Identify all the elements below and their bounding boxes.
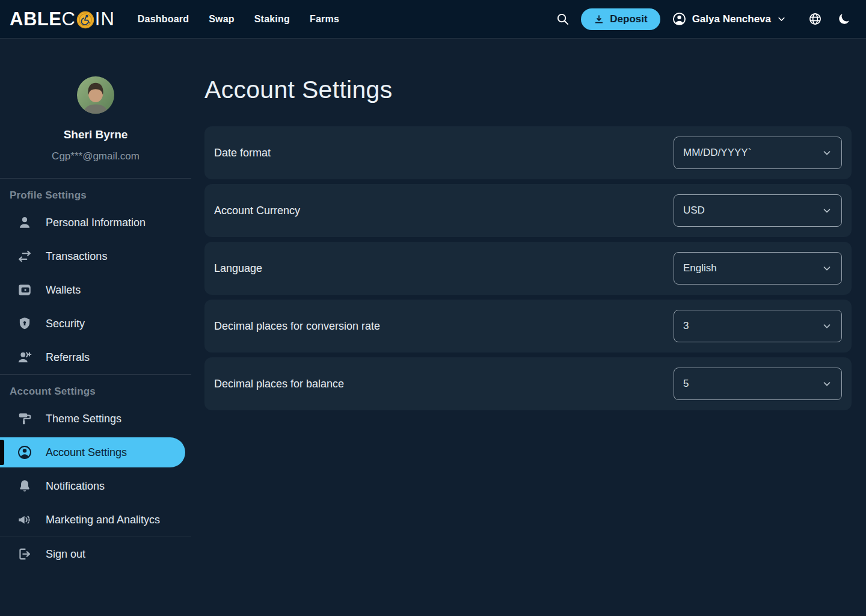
language-globe-button[interactable]	[808, 12, 822, 26]
nav-farms[interactable]: Farms	[310, 14, 339, 25]
topbar: ABLE C IN Dashboard Swap Staking Farms	[0, 0, 866, 38]
user-circle-icon	[672, 11, 687, 26]
sidebar-item-label: Notifications	[46, 480, 105, 493]
deposit-button[interactable]: Deposit	[581, 8, 660, 30]
megaphone-icon	[17, 512, 32, 528]
person-add-icon	[17, 350, 32, 365]
search-button[interactable]	[556, 12, 570, 26]
account-currency-select[interactable]: USD	[674, 194, 842, 227]
sidebar-item-label: Referrals	[46, 351, 90, 364]
chevron-down-icon	[776, 14, 787, 24]
setting-row-date-format: Date format MM/DD/YYYY`	[204, 126, 852, 179]
paint-roller-icon	[17, 411, 32, 427]
logo-text-bold: ABLE	[10, 8, 61, 30]
nav-dashboard[interactable]: Dashboard	[138, 14, 189, 25]
person-icon	[17, 215, 32, 230]
sidebar-item-account-settings[interactable]: Account Settings	[0, 437, 185, 467]
profile-name: Sheri Byrne	[0, 128, 191, 141]
select-value: 3	[683, 320, 689, 332]
setting-label: Account Currency	[214, 205, 300, 217]
page-title: Account Settings	[204, 75, 852, 104]
chevron-down-icon	[821, 147, 832, 158]
dark-mode-toggle[interactable]	[837, 12, 851, 26]
sidebar-item-label: Personal Information	[46, 217, 146, 229]
search-icon	[556, 12, 570, 26]
decimal-conversion-rate-select[interactable]: 3	[674, 310, 842, 342]
setting-label: Decimal places for conversion rate	[214, 320, 380, 333]
sidebar-item-theme-settings[interactable]: Theme Settings	[0, 402, 191, 436]
download-icon	[594, 14, 604, 25]
nav-swap[interactable]: Swap	[209, 14, 235, 25]
sidebar-item-personal-information[interactable]: Personal Information	[0, 206, 191, 239]
nav-staking[interactable]: Staking	[254, 14, 290, 25]
sidebar-item-label: Sign out	[46, 548, 85, 561]
sidebar-item-label: Account Settings	[46, 446, 127, 459]
chevron-down-icon	[821, 263, 832, 274]
topbar-right: Deposit Galya Nencheva	[556, 8, 851, 30]
app-root: ABLE C IN Dashboard Swap Staking Farms	[0, 0, 866, 616]
ablecoin-logo[interactable]: ABLE C IN	[10, 8, 115, 30]
date-format-select[interactable]: MM/DD/YYYY`	[674, 137, 842, 169]
sidebar-item-referrals[interactable]: Referrals	[0, 340, 191, 374]
sidebar-item-label: Wallets	[46, 284, 81, 297]
select-value: 5	[683, 378, 689, 390]
select-value: USD	[683, 205, 705, 217]
setting-label: Decimal places for balance	[214, 378, 344, 390]
user-menu[interactable]: Galya Nencheva	[672, 11, 787, 26]
select-value: English	[683, 262, 717, 274]
profile-email: Cgp***@gmail.com	[0, 150, 191, 162]
main-content: Account Settings Date format MM/DD/YYYY`…	[204, 39, 852, 415]
settings-list: Date format MM/DD/YYYY` Account Currency…	[204, 126, 852, 410]
setting-row-decimal-balance: Decimal places for balance 5	[204, 357, 852, 410]
chevron-down-icon	[821, 205, 832, 216]
user-name: Galya Nencheva	[692, 13, 771, 25]
sidebar-item-label: Theme Settings	[46, 413, 121, 425]
ablecoin-coin-icon	[76, 11, 94, 29]
setting-label: Language	[214, 262, 262, 275]
sidebar-item-wallets[interactable]: Wallets	[0, 273, 191, 307]
logo-text-end: IN	[95, 8, 115, 30]
sidebar-item-transactions[interactable]: Transactions	[0, 239, 191, 273]
user-circle-icon	[17, 445, 32, 460]
sidebar-item-security[interactable]: Security	[0, 307, 191, 340]
deposit-label: Deposit	[610, 13, 647, 25]
decimal-balance-select[interactable]: 5	[674, 368, 842, 400]
sidebar-item-label: Transactions	[46, 250, 107, 263]
main-nav: Dashboard Swap Staking Farms	[138, 14, 339, 25]
setting-label: Date format	[214, 147, 271, 159]
shield-icon	[17, 316, 32, 331]
select-value: MM/DD/YYYY`	[683, 147, 751, 159]
section-heading-profile-settings: Profile Settings	[0, 179, 191, 206]
section-heading-account-settings: Account Settings	[0, 375, 191, 402]
avatar	[77, 76, 114, 114]
moon-icon	[837, 12, 851, 26]
setting-row-account-currency: Account Currency USD	[204, 184, 852, 237]
bell-icon	[17, 478, 32, 494]
globe-icon	[808, 12, 822, 26]
transfer-arrows-icon	[17, 248, 32, 264]
sign-out-icon	[17, 546, 32, 562]
sidebar-item-notifications[interactable]: Notifications	[0, 469, 191, 503]
sidebar-item-marketing-analytics[interactable]: Marketing and Analitycs	[0, 503, 191, 537]
chevron-down-icon	[821, 321, 832, 331]
setting-row-language: Language English	[204, 242, 852, 295]
user-photo	[77, 76, 114, 114]
sidebar-item-label: Marketing and Analitycs	[46, 514, 160, 526]
sidebar-item-label: Security	[46, 318, 85, 330]
logo-text-c: C	[61, 8, 75, 30]
sidebar: Sheri Byrne Cgp***@gmail.com Profile Set…	[0, 39, 191, 616]
setting-row-decimal-conversion-rate: Decimal places for conversion rate 3	[204, 300, 852, 353]
sidebar-item-sign-out[interactable]: Sign out	[0, 537, 191, 571]
wallet-icon	[17, 282, 32, 298]
language-select[interactable]: English	[674, 252, 842, 285]
chevron-down-icon	[821, 378, 832, 389]
